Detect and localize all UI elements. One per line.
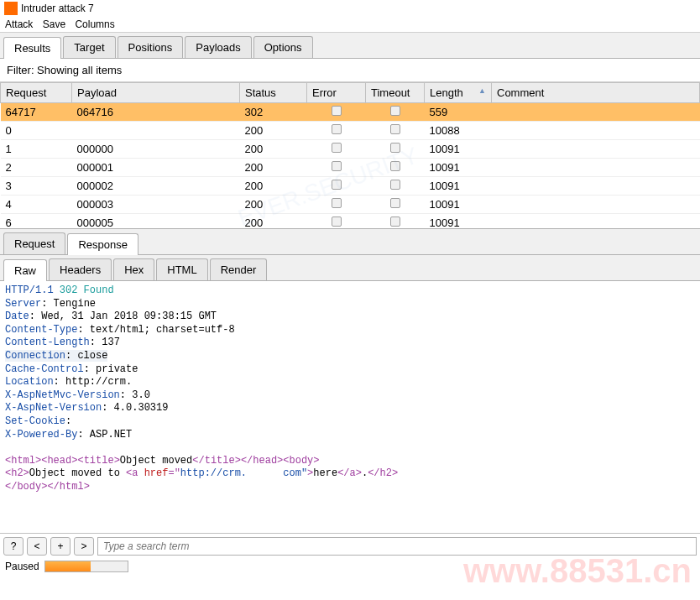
add-button[interactable]: + [50, 537, 71, 556]
table-row[interactable]: 200000120010091 [1, 159, 700, 177]
tab-hex[interactable]: Hex [113, 258, 154, 280]
table-row[interactable]: 100000020010091 [1, 140, 700, 159]
col-payload[interactable]: Payload [72, 83, 240, 103]
checkbox-icon [390, 106, 400, 116]
col-status[interactable]: Status [240, 83, 307, 103]
menu-attack[interactable]: Attack [5, 18, 33, 30]
col-comment[interactable]: Comment [492, 83, 700, 103]
tab-target[interactable]: Target [63, 36, 115, 58]
col-error[interactable]: Error [307, 83, 366, 103]
checkbox-icon [390, 161, 400, 171]
title-bar: Intruder attack 7 [0, 0, 700, 17]
main-tabs: ResultsTargetPositionsPayloadsOptions [0, 33, 700, 59]
filter-bar[interactable]: Filter: Showing all items [0, 59, 700, 82]
checkbox-icon [332, 217, 342, 227]
menu-bar: Attack Save Columns [0, 17, 700, 33]
tab-raw[interactable]: Raw [3, 259, 47, 281]
tab-options[interactable]: Options [253, 36, 313, 58]
table-row[interactable]: 020010088 [1, 122, 700, 140]
view-tabs: RawHeadersHexHTMLRender [0, 255, 700, 281]
table-row[interactable]: 300000220010091 [1, 177, 700, 196]
search-input[interactable] [97, 537, 697, 556]
tab-render[interactable]: Render [210, 258, 268, 280]
checkbox-icon [390, 143, 400, 153]
menu-columns[interactable]: Columns [75, 18, 114, 30]
status-bar: Paused [0, 559, 700, 574]
table-row[interactable]: 600000520010091 [1, 214, 700, 230]
results-table: Request Payload Status Error Timeout Len… [0, 82, 700, 229]
tab-positions[interactable]: Positions [118, 36, 184, 58]
tab-request[interactable]: Request [3, 232, 65, 254]
table-row[interactable]: 64717064716302559 [1, 103, 700, 122]
response-content[interactable]: HTTP/1.1 302 Found Server: Tengine Date:… [0, 281, 700, 533]
checkbox-icon [332, 124, 342, 134]
help-button[interactable]: ? [3, 537, 24, 556]
progress-bar [44, 561, 128, 572]
window-title: Intruder attack 7 [21, 3, 94, 14]
tab-html[interactable]: HTML [156, 258, 207, 280]
tab-results[interactable]: Results [3, 37, 61, 59]
filter-text: Filter: Showing all items [7, 64, 122, 76]
request-response-tabs: RequestResponse [0, 229, 700, 255]
tab-headers[interactable]: Headers [49, 258, 112, 280]
checkbox-icon [332, 198, 342, 208]
checkbox-icon [390, 198, 400, 208]
tab-payloads[interactable]: Payloads [185, 36, 251, 58]
col-request[interactable]: Request [1, 83, 72, 103]
checkbox-icon [332, 161, 342, 171]
menu-save[interactable]: Save [43, 18, 65, 30]
checkbox-icon [390, 180, 400, 190]
search-bar: ? < + > [0, 533, 700, 559]
col-timeout[interactable]: Timeout [366, 83, 425, 103]
status-label: Paused [5, 561, 39, 572]
checkbox-icon [332, 180, 342, 190]
checkbox-icon [332, 106, 342, 116]
tab-response[interactable]: Response [67, 233, 138, 255]
col-length[interactable]: Length [425, 83, 492, 103]
checkbox-icon [332, 143, 342, 153]
next-button[interactable]: > [74, 537, 94, 556]
table-row[interactable]: 400000320010091 [1, 196, 700, 214]
checkbox-icon [390, 124, 400, 134]
app-icon [4, 2, 18, 15]
prev-button[interactable]: < [27, 537, 47, 556]
checkbox-icon [390, 217, 400, 227]
